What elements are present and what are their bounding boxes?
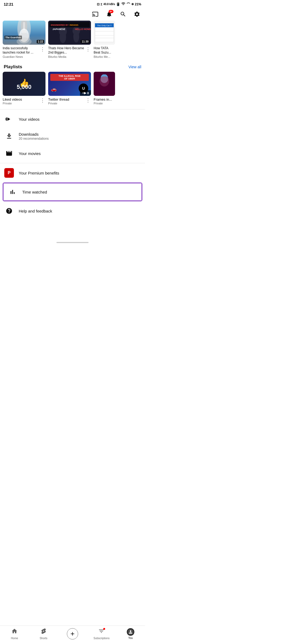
- svg-text:The Only Car T: The Only Car T: [97, 24, 112, 27]
- premium-icon: P: [4, 168, 14, 178]
- video-info: How TATA Beat Suzu... Biturbo Me...: [94, 45, 115, 58]
- your-videos-item[interactable]: Your videos: [0, 111, 145, 128]
- playlist-info: Twitter thread Private ⋮: [48, 96, 91, 105]
- settings-button[interactable]: [132, 9, 142, 19]
- time-watched-icon: [8, 187, 17, 197]
- playlists-title: Playlists: [4, 64, 22, 70]
- battery-icon: ⊛: [131, 2, 134, 6]
- video-channel: Guardian News: [3, 55, 40, 58]
- playlist-title: Twitter thread: [48, 97, 69, 101]
- video-info: India successfully launches rocket for .…: [3, 45, 45, 58]
- menu-text: Your videos: [19, 117, 141, 122]
- playlists-row: 👍 5,000 Liked videos Private ⋮ The Illeg…: [0, 72, 145, 108]
- help-feedback-item[interactable]: Help and feedback: [0, 202, 145, 219]
- playlist-card-liked[interactable]: 👍 5,000 Liked videos Private ⋮: [3, 72, 45, 105]
- video-thumbnail: ENGINEERED BY INDIANS JAPANESE HELLO HON…: [48, 21, 91, 45]
- instagram-icon: ⊡: [97, 2, 100, 6]
- menu-label: Downloads: [19, 132, 141, 137]
- video-duration: 1:22: [37, 40, 44, 43]
- channel-watermark: The Guardian: [4, 36, 22, 39]
- liked-count: 5,000: [17, 84, 31, 90]
- help-label: Help and feedback: [19, 209, 141, 213]
- data-rate: 40.8 kB/s: [104, 3, 115, 6]
- play-icon: [4, 114, 14, 124]
- svg-text:JAPANESE: JAPANESE: [52, 28, 65, 31]
- premium-item[interactable]: P Your Premium benefits: [0, 164, 145, 181]
- wifi-icon: [121, 2, 125, 7]
- menu-text: Help and feedback: [19, 209, 141, 213]
- menu-label: Your Premium benefits: [19, 171, 141, 175]
- time-watched-label: Time watched: [22, 190, 137, 194]
- svg-text:ENGINEERED BY: ENGINEERED BY: [51, 24, 69, 26]
- playlist-card-twitter[interactable]: The Illegal Riseof Uber 🚗 U ≡▶ 8 Twitter…: [48, 72, 91, 105]
- video-channel: Biturbo Me...: [94, 55, 115, 58]
- more-options-button[interactable]: ⋮: [40, 46, 45, 52]
- more-options-button[interactable]: ⋮: [85, 46, 91, 52]
- playlist-thumbnail: [94, 72, 115, 96]
- svg-text:HELLO HONDA: HELLO HONDA: [75, 28, 91, 31]
- video-thumbnail: The Guardian 1:22: [3, 21, 45, 45]
- video-card[interactable]: The Only Car T How TATA Beat Suzu... Bit…: [94, 21, 115, 58]
- more-options-button[interactable]: ⋮: [40, 97, 45, 103]
- menu-text: Time watched: [22, 190, 137, 194]
- notifications-button[interactable]: 9+: [104, 9, 114, 19]
- playlist-count: ≡▶ 8: [80, 90, 91, 96]
- time-watched-item[interactable]: Time watched: [3, 183, 142, 200]
- status-bar: 12:21 ⊡ Σ 40.8 kB/s 📳 ⊛ 21%: [0, 0, 145, 8]
- playlist-visibility: Private: [3, 102, 22, 105]
- section-divider: [0, 109, 145, 109]
- svg-text:INDIANS: INDIANS: [70, 24, 79, 26]
- playlist-card-frames[interactable]: Frames in... Private: [94, 72, 115, 105]
- status-icons: ⊡ Σ 40.8 kB/s 📳 ⊛ 21%: [97, 2, 141, 7]
- video-duration: 11:30: [81, 40, 90, 43]
- notification-badge: 9+: [109, 10, 113, 13]
- vibrate-icon: 📳: [116, 2, 120, 6]
- downloads-item[interactable]: Downloads 20 recommendations: [0, 128, 145, 145]
- uber-car-icon: 🚗: [51, 86, 57, 92]
- time-watched-container: Time watched: [3, 183, 142, 201]
- playlist-visibility: Private: [94, 102, 112, 105]
- keyboard-icon: Σ: [101, 3, 102, 6]
- help-icon: [4, 206, 14, 216]
- video-channel: Biturbo Media: [48, 55, 85, 58]
- video-card[interactable]: The Guardian 1:22 India successfully lau…: [3, 21, 45, 58]
- menu-text: Your Premium benefits: [19, 171, 141, 175]
- movies-icon: [4, 149, 14, 158]
- playlist-info: Frames in... Private: [94, 96, 115, 105]
- signal-icon: [127, 2, 130, 6]
- video-card[interactable]: ENGINEERED BY INDIANS JAPANESE HELLO HON…: [48, 21, 91, 58]
- svg-point-11: [73, 31, 79, 43]
- video-info: Thats How Hero Became 2nd Bigges... Bitu…: [48, 45, 91, 58]
- playlist-thumbnail: The Illegal Riseof Uber 🚗 U ≡▶ 8: [48, 72, 91, 96]
- playlist-thumbnail: 👍 5,000: [3, 72, 45, 96]
- top-action-bar: 9+: [0, 8, 145, 21]
- playlist-title: Frames in...: [94, 97, 112, 101]
- your-movies-item[interactable]: Your movies: [0, 145, 145, 162]
- menu-label: Your movies: [19, 151, 141, 156]
- video-title: India successfully launches rocket for .…: [3, 46, 40, 55]
- battery-percent: 21%: [135, 2, 141, 6]
- view-all-button[interactable]: View all: [128, 65, 141, 69]
- search-button[interactable]: [118, 9, 128, 19]
- menu-label: Your videos: [19, 117, 141, 122]
- section-divider: [0, 163, 145, 163]
- status-time: 12:21: [4, 2, 13, 6]
- video-thumbnail: The Only Car T: [94, 21, 115, 45]
- svg-point-9: [60, 31, 66, 43]
- playlist-title: Liked videos: [3, 97, 22, 101]
- home-indicator: [56, 242, 89, 243]
- video-title: Thats How Hero Became 2nd Bigges...: [48, 46, 85, 55]
- playlist-info: Liked videos Private ⋮: [3, 96, 45, 105]
- cast-button[interactable]: [90, 9, 100, 19]
- uber-banner: The Illegal Riseof Uber: [50, 74, 89, 81]
- menu-text: Downloads 20 recommendations: [19, 132, 141, 141]
- video-title: How TATA Beat Suzu...: [94, 46, 115, 55]
- download-icon: [4, 131, 14, 141]
- playlists-section-header: Playlists View all: [0, 62, 145, 72]
- menu-sublabel: 20 recommendations: [19, 137, 141, 141]
- playlist-visibility: Private: [48, 102, 69, 105]
- recent-videos-row: The Guardian 1:22 India successfully lau…: [0, 21, 145, 62]
- menu-text: Your movies: [19, 151, 141, 156]
- more-options-button[interactable]: ⋮: [85, 97, 91, 103]
